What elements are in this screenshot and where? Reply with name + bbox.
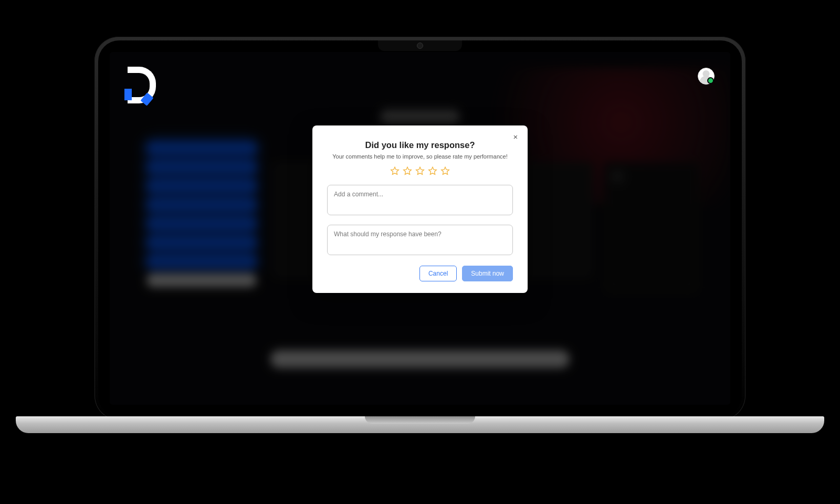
- star-icon[interactable]: [415, 166, 425, 176]
- modal-title: Did you like my response?: [327, 140, 513, 150]
- modal-subtitle: Your comments help me to improve, so ple…: [327, 153, 513, 160]
- laptop-base: [16, 416, 824, 433]
- suggested-response-input[interactable]: [327, 225, 513, 255]
- user-avatar[interactable]: [698, 68, 713, 83]
- camera-icon: [417, 43, 423, 49]
- star-icon[interactable]: [440, 166, 450, 176]
- app-logo: [124, 67, 156, 103]
- star-rating[interactable]: [327, 166, 513, 176]
- star-icon[interactable]: [402, 166, 413, 176]
- cancel-button[interactable]: Cancel: [419, 266, 457, 281]
- close-button[interactable]: ×: [510, 131, 521, 142]
- close-icon: ×: [513, 132, 518, 141]
- submit-button[interactable]: Submit now: [462, 266, 513, 281]
- laptop-shadow: [37, 433, 803, 444]
- app-screen: × Did you like my response? Your comment…: [110, 52, 730, 405]
- feedback-modal: × Did you like my response? Your comment…: [312, 125, 528, 293]
- presence-indicator: [707, 77, 714, 84]
- modal-actions: Cancel Submit now: [327, 266, 513, 281]
- stage: × Did you like my response? Your comment…: [0, 0, 840, 504]
- camera-notch: [378, 40, 462, 51]
- star-icon[interactable]: [390, 166, 400, 176]
- comment-input[interactable]: [327, 185, 513, 215]
- star-icon[interactable]: [427, 166, 438, 176]
- laptop-frame: × Did you like my response? Your comment…: [94, 37, 746, 420]
